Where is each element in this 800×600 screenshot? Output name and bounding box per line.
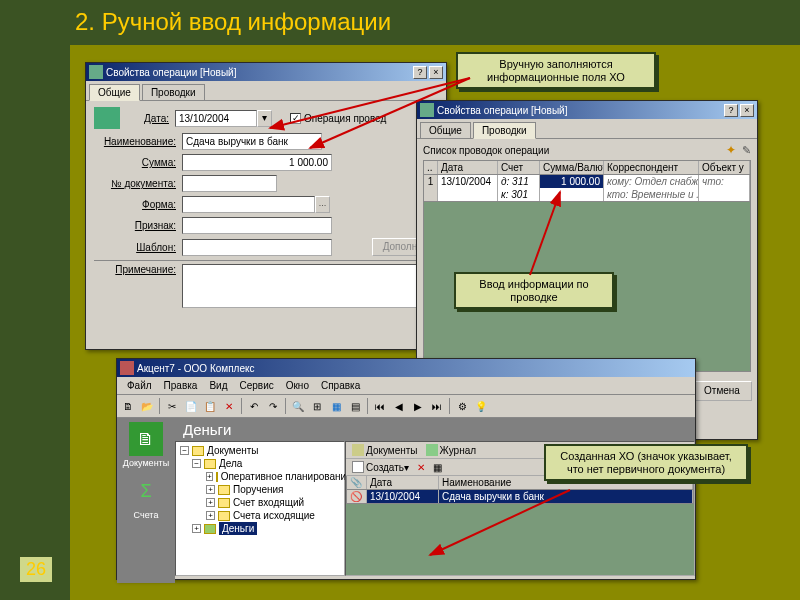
calc-icon[interactable]: ▤ <box>346 397 364 415</box>
delete-icon[interactable]: ✕ <box>220 397 238 415</box>
tabs-1: Общие Проводки <box>86 81 446 101</box>
tree-view[interactable]: −Документы −Дела +Оперативное планирован… <box>175 441 345 576</box>
nav-first-icon[interactable]: ⏮ <box>371 397 389 415</box>
grid-header: .. Дата Счет Сумма/Валюта Корреспондент … <box>423 160 751 175</box>
delete-icon[interactable]: ✕ <box>417 462 425 473</box>
tab-postings[interactable]: Проводки <box>142 84 205 100</box>
redo-icon[interactable]: ↷ <box>264 397 282 415</box>
copy-icon[interactable]: 📄 <box>182 397 200 415</box>
menubar: Файл Правка Вид Сервис Окно Справка <box>117 377 695 395</box>
grid-icon[interactable]: ▦ <box>433 462 442 473</box>
help-button[interactable]: ? <box>724 104 738 117</box>
gear-icon[interactable]: ⚙ <box>453 397 471 415</box>
window-title: Свойства операции [Новый] <box>437 105 567 116</box>
close-button[interactable]: × <box>429 66 443 79</box>
app-title: Акцент7 - ООО Комплекс <box>137 363 254 374</box>
documents-tab[interactable]: Документы <box>349 443 421 457</box>
window-icon <box>420 103 434 117</box>
checkbox-label: Операция провед <box>304 113 386 124</box>
form-icon <box>94 107 120 129</box>
form-lookup[interactable]: … <box>315 196 330 213</box>
open-icon[interactable]: 📂 <box>138 397 156 415</box>
form-input[interactable] <box>182 196 315 213</box>
date-input[interactable] <box>175 110 257 127</box>
postings-list-title: Список проводок операции <box>423 145 549 156</box>
journal-tab[interactable]: Журнал <box>423 443 480 457</box>
sign-input[interactable] <box>182 217 332 234</box>
help-button[interactable]: ? <box>413 66 427 79</box>
tab-postings[interactable]: Проводки <box>473 122 536 139</box>
toolbar: 🗎 📂 ✂ 📄 📋 ✕ ↶ ↷ 🔍 ⊞ ▦ ▤ ⏮ ◀ ▶ ⏭ ⚙ 💡 <box>117 395 695 418</box>
label-name: Наименование: <box>94 136 182 147</box>
star-icon[interactable]: ✦ <box>726 143 736 157</box>
cut-icon[interactable]: ✂ <box>163 397 181 415</box>
menu-view[interactable]: Вид <box>203 378 233 393</box>
page-number: 26 <box>20 557 52 582</box>
nav-next-icon[interactable]: ▶ <box>409 397 427 415</box>
label-note: Примечание: <box>94 264 182 275</box>
grid-row[interactable]: 1 13/10/2004 д: 311 1 000.00 кому: Отдел… <box>423 175 751 188</box>
nav-prev-icon[interactable]: ◀ <box>390 397 408 415</box>
undo-icon[interactable]: ↶ <box>245 397 263 415</box>
accounts-icon[interactable]: Σ <box>129 474 163 508</box>
callout-2: Ввод информации по проводке <box>454 272 614 309</box>
sum-input[interactable] <box>182 154 332 171</box>
label-form: Форма: <box>94 199 182 210</box>
titlebar-2[interactable]: Свойства операции [Новый] ? × <box>417 101 757 119</box>
titlebar-3[interactable]: Акцент7 - ООО Комплекс <box>117 359 695 377</box>
window-icon <box>89 65 103 79</box>
cancel-button[interactable]: Отмена <box>692 381 752 401</box>
label-docnum: № документа: <box>94 178 182 189</box>
new-icon[interactable]: 🗎 <box>119 397 137 415</box>
find-icon[interactable]: 🔍 <box>289 397 307 415</box>
documents-icon[interactable]: 🗎 <box>129 422 163 456</box>
grid-icon[interactable]: ▦ <box>327 397 345 415</box>
help-icon[interactable]: 💡 <box>472 397 490 415</box>
nav-last-icon[interactable]: ⏭ <box>428 397 446 415</box>
sidebar: 🗎 Документы Σ Счета <box>117 418 175 583</box>
menu-help[interactable]: Справка <box>315 378 366 393</box>
tab-general[interactable]: Общие <box>420 122 471 138</box>
tabs-2: Общие Проводки <box>417 119 757 139</box>
template-input[interactable] <box>182 239 332 256</box>
callout-3: Созданная ХО (значок указывает, что нет … <box>544 444 748 481</box>
label-sign: Признак: <box>94 220 182 231</box>
callout-1: Вручную заполняются информационные поля … <box>456 52 656 89</box>
note-input[interactable] <box>182 264 422 308</box>
list-row[interactable]: 🚫 13/10/2004 Сдача выручки в банк <box>346 490 694 504</box>
paste-icon[interactable]: 📋 <box>201 397 219 415</box>
properties-window-general: Свойства операции [Новый] ? × Общие Пров… <box>85 62 447 350</box>
sidebar-item-label: Счета <box>134 510 159 520</box>
label-sum: Сумма: <box>94 157 182 168</box>
menu-edit[interactable]: Правка <box>158 378 204 393</box>
create-button[interactable]: Создать ▾ <box>349 460 412 474</box>
slide-title: 2. Ручной ввод информации <box>75 8 391 36</box>
docnum-input[interactable] <box>182 175 277 192</box>
date-dropdown[interactable]: ▾ <box>257 110 272 127</box>
grid-row[interactable]: к: 301 кто: Временные и ... <box>423 188 751 202</box>
menu-service[interactable]: Сервис <box>233 378 279 393</box>
close-button[interactable]: × <box>740 104 754 117</box>
label-template: Шаблон: <box>94 242 182 253</box>
name-input[interactable] <box>182 133 322 150</box>
label-date: Дата: <box>120 113 175 124</box>
menu-file[interactable]: Файл <box>121 378 158 393</box>
sidebar-item-label: Документы <box>123 458 169 468</box>
window-title: Свойства операции [Новый] <box>106 67 236 78</box>
app-icon <box>120 361 134 375</box>
checkbox-completed[interactable]: ✓ <box>290 113 301 124</box>
tab-general[interactable]: Общие <box>89 84 140 101</box>
menu-window[interactable]: Окно <box>280 378 315 393</box>
panel-title: Деньги <box>175 418 695 441</box>
tree-icon[interactable]: ⊞ <box>308 397 326 415</box>
wrench-icon[interactable]: ✎ <box>742 144 751 157</box>
titlebar-1[interactable]: Свойства операции [Новый] ? × <box>86 63 446 81</box>
